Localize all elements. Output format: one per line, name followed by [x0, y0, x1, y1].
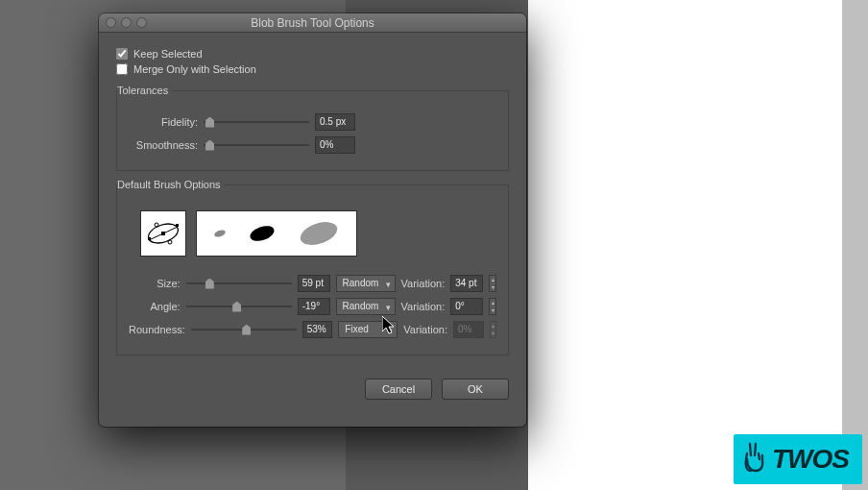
- angle-slider[interactable]: [186, 306, 292, 307]
- svg-point-30: [248, 224, 276, 243]
- svg-point-27: [155, 223, 158, 227]
- roundness-variation-value: 0%: [453, 321, 484, 338]
- roundness-value[interactable]: 53%: [302, 321, 333, 338]
- fidelity-label: Fidelity:: [129, 116, 198, 128]
- size-variation-stepper[interactable]: ▴▾: [489, 275, 496, 292]
- window-traffic-lights: [106, 17, 147, 28]
- svg-rect-26: [176, 224, 179, 227]
- svg-point-31: [298, 220, 340, 247]
- brush-options-heading: Default Brush Options: [117, 179, 225, 190]
- angle-mode-dropdown[interactable]: Random: [336, 298, 396, 315]
- brush-preview-row: [129, 205, 496, 272]
- merge-only-checkbox[interactable]: [116, 63, 128, 75]
- smoothness-slider[interactable]: [204, 144, 309, 146]
- angle-variation-stepper[interactable]: ▴▾: [489, 298, 496, 315]
- dialog-buttons: Cancel OK: [99, 369, 526, 400]
- svg-point-28: [168, 240, 172, 244]
- size-slider[interactable]: [186, 282, 292, 284]
- size-variation-value[interactable]: 34 pt: [450, 275, 483, 292]
- roundness-label: Roundness:: [129, 324, 185, 335]
- angle-label: Angle:: [129, 301, 181, 312]
- angle-row: Angle: -19° Random Variation: 0° ▴▾: [129, 295, 496, 318]
- angle-value[interactable]: -19°: [298, 298, 330, 315]
- tolerances-group: Tolerances Fidelity: 0.5 px Smoothness: …: [116, 90, 509, 171]
- keep-selected-checkbox[interactable]: [116, 48, 128, 60]
- size-label: Size:: [129, 278, 181, 289]
- ok-button[interactable]: OK: [442, 379, 509, 400]
- tolerances-heading: Tolerances: [117, 85, 172, 96]
- fidelity-row: Fidelity: 0.5 px: [129, 110, 496, 134]
- smoothness-value[interactable]: 0%: [315, 136, 355, 154]
- size-mode-dropdown[interactable]: Random: [336, 275, 396, 292]
- angle-variation-value[interactable]: 0°: [450, 298, 483, 315]
- svg-point-29: [213, 229, 226, 238]
- brand-text: TWOS: [772, 444, 849, 474]
- svg-rect-25: [148, 237, 151, 240]
- brush-size-preview[interactable]: [196, 210, 357, 257]
- keep-selected-label: Keep Selected: [133, 48, 203, 60]
- roundness-slider[interactable]: [191, 329, 297, 331]
- dialog-title: Blob Brush Tool Options: [251, 16, 374, 30]
- default-brush-options-group: Default Brush Options: [116, 184, 509, 355]
- roundness-variation-label: Variation:: [403, 324, 447, 335]
- zoom-icon[interactable]: [136, 17, 147, 28]
- size-value[interactable]: 59 pt: [298, 275, 330, 292]
- blob-brush-options-dialog: Blob Brush Tool Options Keep Selected Me…: [99, 13, 526, 427]
- svg-rect-24: [161, 232, 165, 235]
- hand-peace-icon: [741, 442, 768, 473]
- merge-only-row: Merge Only with Selection: [116, 61, 509, 77]
- smoothness-label: Smoothness:: [129, 139, 198, 151]
- size-row: Size: 59 pt Random Variation: 34 pt ▴▾: [129, 272, 496, 295]
- fidelity-value[interactable]: 0.5 px: [315, 113, 355, 131]
- brush-angle-preview[interactable]: [140, 210, 186, 257]
- roundness-row: Roundness: 53% Fixed Variation: 0% ▴▾: [129, 318, 496, 341]
- keep-selected-row: Keep Selected: [116, 46, 509, 61]
- roundness-mode-dropdown[interactable]: Fixed: [338, 321, 398, 338]
- merge-only-label: Merge Only with Selection: [133, 63, 256, 75]
- brand-badge: TWOS: [734, 434, 862, 484]
- dialog-titlebar[interactable]: Blob Brush Tool Options: [99, 13, 526, 33]
- smoothness-row: Smoothness: 0%: [129, 134, 496, 157]
- roundness-variation-stepper: ▴▾: [490, 321, 496, 338]
- angle-variation-label: Variation:: [401, 301, 446, 312]
- minimize-icon[interactable]: [121, 17, 132, 28]
- fidelity-slider[interactable]: [204, 121, 309, 123]
- close-icon[interactable]: [106, 17, 116, 28]
- size-variation-label: Variation:: [401, 278, 446, 289]
- cancel-button[interactable]: Cancel: [365, 379, 432, 400]
